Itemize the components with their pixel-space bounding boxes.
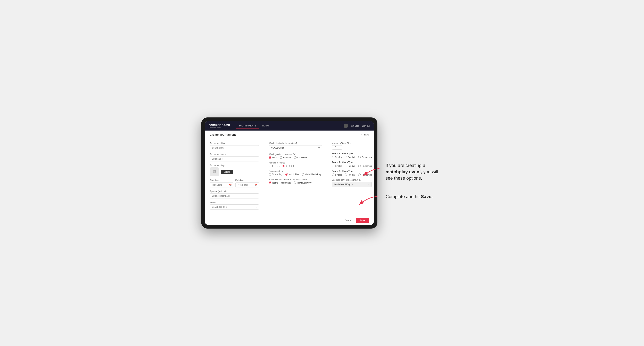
scoring-match[interactable]: Match Play	[286, 173, 299, 175]
teams-option[interactable]: Teams (+Individuals)	[269, 181, 291, 184]
round3-singles[interactable]: Singles	[332, 173, 342, 176]
start-date-label: Start date	[210, 179, 234, 181]
venue-label: Venue	[210, 201, 259, 204]
form-header: Create Tournament ← Back	[205, 131, 374, 139]
teams-radio-group: Teams (+Individuals) Individuals Only	[269, 181, 322, 184]
api-value: Leaderboard King	[334, 183, 350, 185]
api-group: Use third-party live scoring API? Leader…	[332, 179, 372, 187]
individuals-option[interactable]: Individuals Only	[294, 181, 312, 184]
gender-combined[interactable]: Combined	[294, 156, 307, 159]
cancel-button[interactable]: Cancel	[342, 218, 354, 223]
nav-tab-tournaments[interactable]: TOURNAMENTS	[236, 123, 259, 129]
nav-user-text: Test User |	[350, 125, 360, 127]
teams-option-label: Teams (+Individuals)	[272, 182, 291, 184]
round1-match-type-options: Singles Fourball Foursomes	[332, 156, 372, 158]
dates-group: Start date 📅 End date 📅	[210, 179, 259, 187]
round2-match-type-group: Round 2 - Match Type Singles Fourball	[332, 161, 372, 167]
max-team-size-input[interactable]	[332, 145, 342, 150]
avatar	[344, 124, 348, 128]
sponsor-input[interactable]	[210, 193, 259, 198]
annotation-bottom: Complete and hit Save.	[386, 193, 443, 200]
outer-wrapper: SCOREBOARD Powered by clippit TOURNAMENT…	[179, 117, 466, 229]
round-2[interactable]: 2	[276, 165, 280, 167]
col-middle: Which division is the event for? NCAA Di…	[269, 142, 322, 212]
division-group: Which division is the event for? NCAA Di…	[269, 142, 322, 150]
scoring-stroke[interactable]: Stroke Play	[269, 173, 282, 175]
annotation-arrow-bottom	[357, 196, 382, 208]
venue-select-wrapper: ▾	[210, 204, 259, 209]
calendar-icon-end: 📅	[254, 183, 257, 186]
annotation-top-bold: matchplay event,	[386, 169, 422, 174]
division-label: Which division is the event for?	[269, 142, 322, 145]
api-close-icon[interactable]: ✕	[352, 183, 354, 186]
round2-match-type-label: Round 2 - Match Type	[332, 161, 372, 164]
round1-fourball-label: Fourball	[348, 156, 355, 158]
signout-link[interactable]: Sign out	[362, 125, 370, 127]
tournament-name-group: Tournament name	[210, 153, 259, 162]
name-label: Tournament name	[210, 153, 259, 156]
rounds-radio-group: 1 2 3 4	[269, 165, 322, 167]
round1-fourball[interactable]: Fourball	[345, 156, 355, 158]
save-button[interactable]: Save	[356, 218, 369, 223]
page-title: Create Tournament	[210, 133, 236, 136]
round1-singles[interactable]: Singles	[332, 156, 342, 158]
form-footer: Cancel Save	[205, 216, 374, 225]
gender-radio-group: Mens Womens Combined	[269, 156, 322, 159]
gender-womens[interactable]: Womens	[280, 156, 291, 159]
gender-womens-label: Womens	[283, 157, 291, 159]
gender-label: Which gender is the event for?	[269, 153, 322, 156]
date-row: Start date 📅 End date 📅	[210, 179, 259, 187]
round3-fourball-label: Fourball	[348, 174, 355, 176]
api-tag[interactable]: Leaderboard King ✕ ▾	[332, 182, 372, 187]
nav-tabs: TOURNAMENTS TEAMS	[236, 123, 272, 129]
rounds-group: Number of rounds 1 2	[269, 162, 322, 167]
annotation-bottom-text-1: Complete and hit	[386, 194, 421, 199]
nav-bar: SCOREBOARD Powered by clippit TOURNAMENT…	[205, 121, 374, 131]
end-date-group: End date 📅	[236, 179, 259, 187]
gender-mens-label: Mens	[272, 157, 277, 159]
gender-mens[interactable]: Mens	[269, 156, 277, 159]
division-select[interactable]: NCAA Division I	[269, 145, 322, 150]
round1-foursomes-label: Foursomes	[362, 156, 372, 158]
end-date-label: End date	[236, 179, 259, 181]
nav-tab-teams[interactable]: TEAMS	[259, 123, 272, 129]
start-date-wrapper: 📅	[210, 182, 234, 187]
scoring-medal[interactable]: Medal Match Play	[302, 173, 321, 175]
round-4[interactable]: 4	[289, 165, 294, 167]
tournament-logo-group: Tournament logo 🖼 Upload	[210, 164, 259, 176]
rounds-label: Number of rounds	[269, 162, 322, 164]
name-input[interactable]	[210, 156, 259, 162]
annotation-arrow-top	[361, 167, 382, 179]
tournament-host-group: Tournament Host	[210, 142, 259, 150]
venue-input[interactable]	[210, 204, 259, 209]
venue-group: Venue ▾	[210, 201, 259, 209]
round1-foursomes[interactable]: Foursomes	[358, 156, 372, 158]
round-1[interactable]: 1	[269, 165, 273, 167]
annotation-top: If you are creating a matchplay event, y…	[386, 163, 443, 181]
chevron-down-icon: ▾	[368, 183, 370, 185]
round-2-label: 2	[279, 165, 280, 167]
logo-label: Tournament logo	[210, 164, 259, 167]
scoring-stroke-label: Stroke Play	[272, 173, 282, 175]
calendar-icon: 📅	[229, 183, 232, 186]
annotation-bottom-bold: Save.	[421, 194, 433, 199]
round1-match-type-group: Round 1 - Match Type Singles Fourball	[332, 153, 372, 158]
col-left: Tournament Host Tournament name Tourname…	[210, 142, 259, 212]
teams-label: Is this event for Teams and/or Individua…	[269, 178, 322, 181]
annotation-top-text: If you are creating a matchplay event, y…	[386, 163, 443, 181]
max-team-size-label: Maximum Team Size	[332, 142, 372, 145]
round-3-label: 3	[286, 165, 287, 167]
scoring-medal-label: Medal Match Play	[305, 173, 321, 175]
nav-logo-sub: Powered by clippit	[209, 127, 230, 128]
scoring-match-label: Match Play	[289, 173, 299, 175]
back-button[interactable]: ← Back	[361, 133, 369, 136]
round-3[interactable]: 3	[282, 165, 287, 167]
api-label: Use third-party live scoring API?	[332, 179, 372, 181]
annotation-top-text-1: If you are creating a	[386, 163, 425, 168]
round3-fourball[interactable]: Fourball	[345, 173, 355, 176]
round2-fourball[interactable]: Fourball	[345, 165, 355, 167]
round2-singles[interactable]: Singles	[332, 165, 342, 167]
host-input[interactable]	[210, 145, 259, 150]
upload-button[interactable]: Upload	[221, 170, 233, 174]
logo-upload-area: 🖼 Upload	[210, 167, 259, 176]
